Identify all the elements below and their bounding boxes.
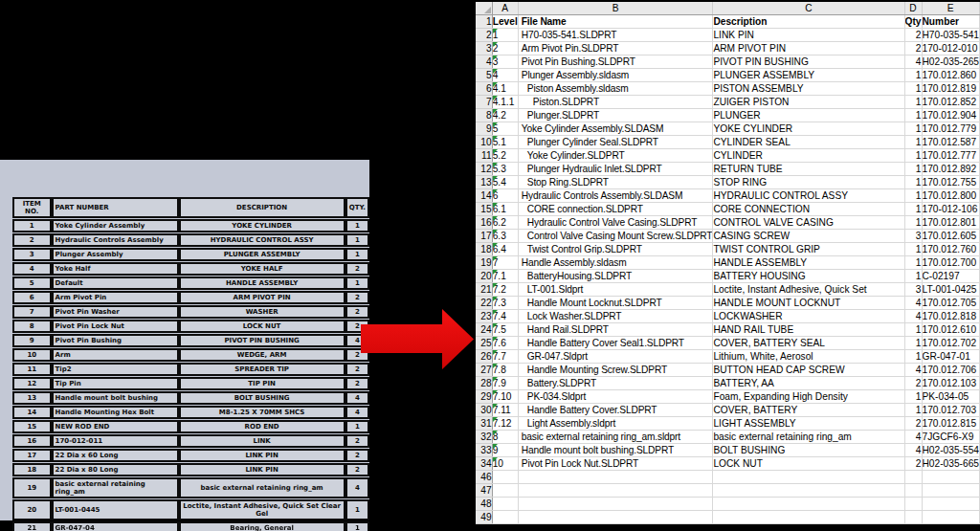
cell-C10[interactable]: CYLINDER SEAL (713, 136, 904, 149)
row-header-17[interactable]: 17 (476, 230, 492, 243)
column-header-c[interactable]: C (713, 2, 904, 15)
cell-E24[interactable]: 170.012.610 (922, 323, 979, 337)
cell-C26[interactable]: Lithium, White, Aerosol (713, 350, 904, 364)
cell-D48[interactable] (904, 498, 922, 511)
cell-A13[interactable]: 5.4 (492, 176, 518, 189)
cell-A26[interactable]: 7.7 (492, 350, 518, 364)
cell-C22[interactable]: HANDLE MOUNT LOCKNUT (713, 297, 904, 310)
cell-C5[interactable]: PLUNGER ASSEMBLY (713, 69, 904, 82)
cell-C14[interactable]: HYDRAULIC CONTROL ASSY (713, 189, 904, 203)
cell-D21[interactable]: 3 (904, 283, 922, 297)
cell-A7[interactable]: 4.1.1 (492, 96, 518, 109)
cell-B46[interactable] (518, 471, 713, 484)
row-header-25[interactable]: 25 (476, 337, 492, 350)
cell-A4[interactable]: 3 (492, 55, 518, 69)
cell-A46[interactable] (492, 471, 518, 484)
cell-D13[interactable]: 1 (904, 176, 922, 189)
cell-D10[interactable]: 1 (904, 136, 922, 149)
cell-D25[interactable]: 1 (904, 337, 922, 350)
cell-C8[interactable]: PLUNGER (713, 109, 904, 122)
cell-A25[interactable]: 7.6 (492, 337, 518, 350)
cell-D23[interactable]: 4 (904, 310, 922, 323)
cell-B3[interactable]: Arm Pivot Pin.SLDPRT (518, 42, 713, 55)
cell-D17[interactable]: 3 (904, 230, 922, 243)
cell-C21[interactable]: Loctite, Instant Adhesive, Quick Set (713, 283, 904, 297)
cell-D1[interactable]: Qty (904, 15, 922, 29)
cell-D28[interactable]: 2 (904, 377, 922, 390)
row-header-7[interactable]: 7 (476, 96, 492, 109)
column-header-a[interactable]: A (492, 2, 518, 15)
cell-D9[interactable]: 1 (904, 122, 922, 136)
cell-B33[interactable]: Handle mount bolt bushing.SLDPRT (518, 444, 713, 457)
cell-D26[interactable]: 1 (904, 350, 922, 364)
cell-E46[interactable] (922, 471, 979, 484)
cell-D47[interactable] (904, 484, 922, 498)
cell-E25[interactable]: 170.012.702 (922, 337, 979, 350)
cell-B8[interactable]: Plunger.SLDPRT (518, 109, 713, 122)
row-header-18[interactable]: 18 (476, 243, 492, 256)
row-header-4[interactable]: 4 (476, 55, 492, 69)
cell-E16[interactable]: 170.012.801 (922, 216, 979, 230)
cell-B26[interactable]: GR-047.Sldprt (518, 350, 713, 364)
cell-B16[interactable]: Hydraulic Control Valve Casing.SLDPRT (518, 216, 713, 230)
cell-C4[interactable]: PIVOT PIN BUSHING (713, 55, 904, 69)
cell-E13[interactable]: 170.012.755 (922, 176, 979, 189)
cell-D46[interactable] (904, 471, 922, 484)
row-header-12[interactable]: 12 (476, 163, 492, 176)
row-header-49[interactable]: 49 (476, 511, 492, 524)
cell-D16[interactable]: 1 (904, 216, 922, 230)
cell-D19[interactable]: 1 (904, 256, 922, 270)
cell-B15[interactable]: CORE connection.SLDPRT (518, 203, 713, 216)
cell-E10[interactable]: 170.012.587 (922, 136, 979, 149)
cell-C23[interactable]: LOCKWASHER (713, 310, 904, 323)
cell-E47[interactable] (922, 484, 979, 498)
cell-A2[interactable]: 1 (492, 29, 518, 42)
cell-C28[interactable]: BATTERY, AA (713, 377, 904, 390)
cell-B49[interactable] (518, 511, 713, 524)
cell-E17[interactable]: 170.012.605 (922, 230, 979, 243)
row-header-15[interactable]: 15 (476, 203, 492, 216)
cell-D2[interactable]: 2 (904, 29, 922, 42)
cell-D32[interactable]: 4 (904, 431, 922, 444)
cell-E27[interactable]: 170.012.706 (922, 364, 979, 377)
cell-B21[interactable]: LT-001.Sldprt (518, 283, 713, 297)
cell-B11[interactable]: Yoke Cylinder.SLDPRT (518, 149, 713, 163)
cell-B47[interactable] (518, 484, 713, 498)
cell-B23[interactable]: Lock Washer.SLDPRT (518, 310, 713, 323)
cell-B14[interactable]: Hydraulic Controls Assembly.SLDASM (518, 189, 713, 203)
select-all-corner[interactable] (476, 2, 492, 15)
cell-C29[interactable]: Foam, Expanding High Density (713, 390, 904, 404)
cell-B5[interactable]: Plunger Assembly.sldasm (518, 69, 713, 82)
cell-E33[interactable]: H02-035-554 (922, 444, 979, 457)
cell-A6[interactable]: 4.1 (492, 82, 518, 96)
row-header-26[interactable]: 26 (476, 350, 492, 364)
cell-D34[interactable]: 2 (904, 457, 922, 471)
cell-E26[interactable]: GR-047-01 (922, 350, 979, 364)
cell-B48[interactable] (518, 498, 713, 511)
cell-E8[interactable]: 170.012.904 (922, 109, 979, 122)
cell-E4[interactable]: H02-035-265 (922, 55, 979, 69)
cell-B30[interactable]: Handle Battery Cover.SLDPRT (518, 404, 713, 417)
cell-E14[interactable]: 170.012.800 (922, 189, 979, 203)
cell-E12[interactable]: 170.012.892 (922, 163, 979, 176)
row-header-3[interactable]: 3 (476, 42, 492, 55)
cell-A34[interactable]: 10 (492, 457, 518, 471)
row-header-5[interactable]: 5 (476, 69, 492, 82)
cell-D6[interactable]: 1 (904, 82, 922, 96)
cell-A15[interactable]: 6.1 (492, 203, 518, 216)
cell-C15[interactable]: CORE CONNECTION (713, 203, 904, 216)
row-header-24[interactable]: 24 (476, 323, 492, 337)
cell-E29[interactable]: PK-034-05 (922, 390, 979, 404)
cell-B25[interactable]: Handle Battery Cover Seal1.SLDPRT (518, 337, 713, 350)
row-header-23[interactable]: 23 (476, 310, 492, 323)
cell-C11[interactable]: CYLINDER (713, 149, 904, 163)
row-header-2[interactable]: 2 (476, 29, 492, 42)
cell-D8[interactable]: 1 (904, 109, 922, 122)
cell-A16[interactable]: 6.2 (492, 216, 518, 230)
cell-A48[interactable] (492, 498, 518, 511)
cell-B27[interactable]: Handle Mounting Screw.SLDPRT (518, 364, 713, 377)
cell-A21[interactable]: 7.2 (492, 283, 518, 297)
cell-E20[interactable]: C-02197 (922, 270, 979, 283)
cell-A17[interactable]: 6.3 (492, 230, 518, 243)
cell-B17[interactable]: Control Valve Casing Mount Screw.SLDPRT (518, 230, 713, 243)
